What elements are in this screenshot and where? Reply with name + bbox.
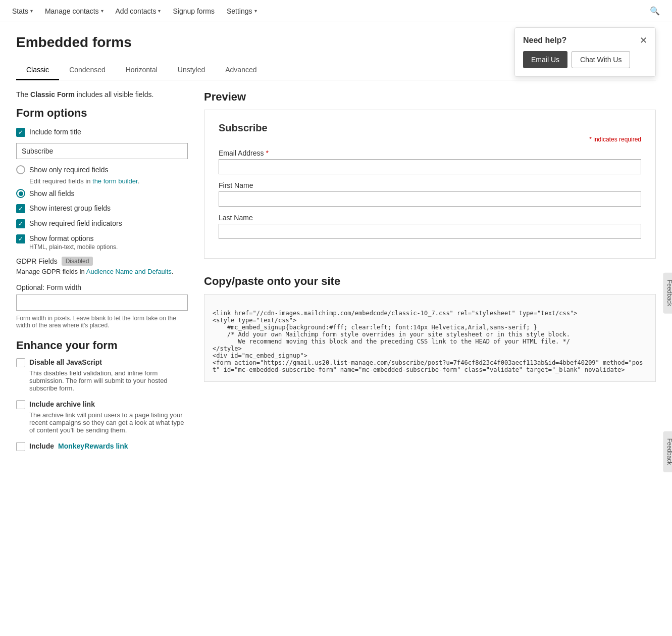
description-prefix: The — [16, 90, 30, 99]
help-popup-close-button[interactable]: ✕ — [640, 36, 647, 45]
nav-add-contacts[interactable]: Add contacts ▾ — [116, 7, 161, 15]
feedback-tab-bottom[interactable]: Feedback — [663, 431, 672, 471]
nav-settings[interactable]: Settings ▾ — [227, 7, 257, 15]
disable-js-option: Disable all JavaScript This disables fie… — [16, 358, 188, 392]
form-width-hint: Form width in pixels. Leave blank to let… — [16, 315, 188, 329]
include-archive-title-row: Include archive link — [16, 400, 188, 409]
nav-manage-contacts[interactable]: Manage contacts ▾ — [45, 7, 104, 15]
show-all-label[interactable]: Show all fields — [29, 189, 75, 198]
preview-email-label: Email Address * — [219, 149, 641, 157]
preview-firstname-label: First Name — [219, 181, 641, 189]
show-required-label[interactable]: Show only required fields — [29, 166, 108, 174]
left-panel: The Classic Form includes all visible fi… — [16, 90, 188, 459]
show-required-indicator-checkbox[interactable]: ✓ — [16, 219, 25, 228]
show-interest-group-checkbox[interactable]: ✓ — [16, 204, 25, 213]
tab-advanced[interactable]: Advanced — [215, 61, 267, 80]
include-form-title-option: ✓ Include form title — [16, 128, 188, 137]
tab-unstyled[interactable]: Unstyled — [168, 61, 215, 80]
preview-title: Preview — [204, 90, 656, 104]
include-monkey-checkbox[interactable] — [16, 442, 25, 451]
help-popup-buttons: Email Us Chat With Us — [523, 51, 647, 68]
show-all-radio[interactable] — [16, 189, 25, 198]
disable-js-checkbox[interactable] — [16, 358, 25, 367]
show-format-hint: HTML, plain-text, mobile options. — [29, 243, 118, 251]
show-format-label[interactable]: Show format options — [29, 234, 94, 242]
include-archive-option: Include archive link The archive link wi… — [16, 400, 188, 434]
preview-field-lastname: Last Name — [219, 214, 641, 239]
show-interest-group-option: ✓ Show interest group fields — [16, 204, 188, 213]
right-panel: Preview Subscribe * indicates required E… — [204, 90, 656, 459]
show-format-checkbox[interactable]: ✓ — [16, 234, 25, 243]
edit-required-note: Edit required fields in the form builder… — [29, 177, 188, 185]
description-form-name: Classic Form — [30, 90, 75, 99]
preview-field-email: Email Address * — [219, 149, 641, 174]
include-monkey-title-row: Include MonkeyRewards link — [16, 442, 188, 451]
nav-add-contacts-label: Add contacts — [116, 7, 157, 15]
include-monkey-label: Include — [29, 442, 54, 450]
form-description: The Classic Form includes all visible fi… — [16, 90, 188, 99]
preview-email-input[interactable] — [219, 159, 641, 174]
nav-manage-contacts-label: Manage contacts — [45, 7, 99, 15]
help-popup-title: Need help? — [523, 36, 566, 45]
preview-form-title: Subscribe — [219, 122, 641, 134]
form-width-label: Optional: Form width — [16, 283, 188, 291]
include-monkey-option: Include MonkeyRewards link — [16, 442, 188, 451]
nav-signup-forms-label: Signup forms — [173, 7, 214, 15]
preview-box: Subscribe * indicates required Email Add… — [204, 110, 656, 259]
chat-with-us-button[interactable]: Chat With Us — [572, 51, 630, 68]
preview-field-firstname: First Name — [219, 181, 641, 207]
edit-required-prefix: Edit required fields in — [29, 177, 92, 185]
disable-js-label[interactable]: Disable all JavaScript — [29, 358, 102, 366]
search-icon[interactable]: 🔍 — [650, 6, 660, 16]
nav-add-contacts-chevron: ▾ — [158, 8, 161, 14]
show-required-radio[interactable] — [16, 165, 25, 174]
preview-lastname-input[interactable] — [219, 224, 641, 239]
gdpr-period: . — [172, 268, 174, 275]
disable-js-desc: This disables field validation, and inli… — [29, 369, 188, 392]
email-us-button[interactable]: Email Us — [523, 51, 567, 68]
gdpr-manage-note: Manage GDPR fields in Audience Name and … — [16, 268, 188, 275]
tab-classic[interactable]: Classic — [16, 61, 59, 80]
form-builder-link[interactable]: the form builder — [92, 177, 138, 185]
gdpr-manage-prefix: Manage GDPR fields in — [16, 268, 86, 275]
form-options-title: Form options — [16, 107, 188, 120]
form-width-input[interactable] — [16, 295, 188, 311]
nav-signup-forms[interactable]: Signup forms — [173, 7, 214, 15]
show-required-option: Show only required fields — [16, 165, 188, 174]
include-archive-checkbox[interactable] — [16, 400, 25, 409]
nav-settings-label: Settings — [227, 7, 252, 15]
nav-stats-chevron: ▾ — [30, 8, 33, 14]
preview-required-note: * indicates required — [219, 136, 641, 143]
copy-title: Copy/paste onto your site — [204, 275, 656, 288]
show-interest-group-label[interactable]: Show interest group fields — [29, 204, 111, 212]
help-popup-header: Need help? ✕ — [523, 36, 647, 45]
show-required-indicator-label[interactable]: Show required field indicators — [29, 219, 122, 227]
preview-lastname-label: Last Name — [219, 214, 641, 222]
help-popup: Need help? ✕ Email Us Chat With Us — [514, 27, 656, 77]
show-format-text-group: Show format options HTML, plain-text, mo… — [29, 234, 118, 251]
fields-display-radio-group: Show only required fields Edit required … — [16, 165, 188, 198]
show-required-indicator-option: ✓ Show required field indicators — [16, 219, 188, 228]
gdpr-audience-link[interactable]: Audience Name and Defaults — [86, 268, 172, 275]
include-archive-label[interactable]: Include archive link — [29, 400, 95, 408]
code-box[interactable]: <link href="//cdn-images.mailchimp.com/e… — [204, 294, 656, 382]
page-container: Need help? ✕ Email Us Chat With Us Embed… — [0, 22, 672, 471]
enhance-title: Enhance your form — [16, 339, 188, 352]
gdpr-label-row: GDPR Fields Disabled — [16, 257, 188, 266]
include-archive-desc: The archive link will point users to a p… — [29, 411, 188, 434]
tab-horizontal[interactable]: Horizontal — [116, 61, 168, 80]
form-title-input[interactable] — [16, 143, 188, 159]
tab-condensed[interactable]: Condensed — [59, 61, 116, 80]
show-format-option: ✓ Show format options HTML, plain-text, … — [16, 234, 188, 251]
nav-stats-label: Stats — [12, 7, 28, 15]
top-navigation: Stats ▾ Manage contacts ▾ Add contacts ▾… — [0, 0, 672, 22]
include-form-title-checkbox[interactable]: ✓ — [16, 128, 25, 137]
preview-firstname-input[interactable] — [219, 191, 641, 207]
gdpr-disabled-badge: Disabled — [62, 257, 93, 266]
nav-stats[interactable]: Stats ▾ — [12, 7, 33, 15]
feedback-tab-top[interactable]: Feedback — [663, 272, 672, 313]
gdpr-label-text: GDPR Fields — [16, 257, 58, 265]
include-form-title-label[interactable]: Include form title — [29, 128, 81, 136]
content-area: The Classic Form includes all visible fi… — [16, 90, 656, 459]
monkey-rewards-link[interactable]: MonkeyRewards link — [58, 442, 128, 450]
